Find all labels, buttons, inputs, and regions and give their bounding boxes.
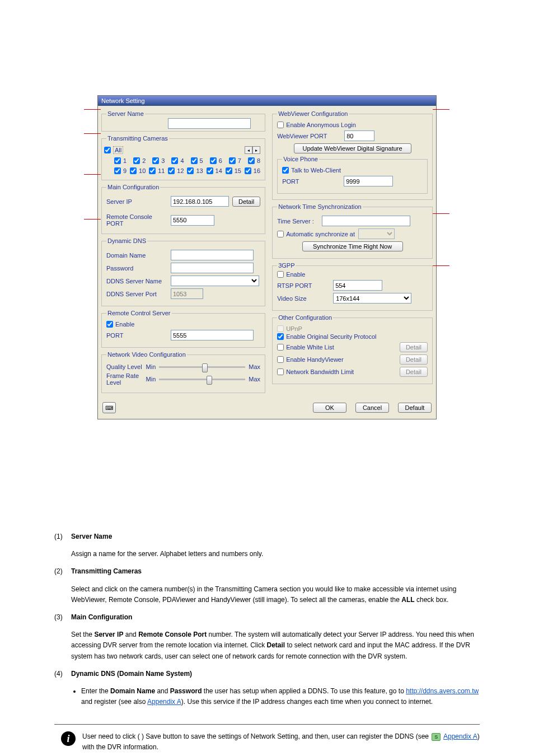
cameras-all-checkbox[interactable]: All (104, 146, 123, 154)
appendix-a-link-note[interactable]: Appendix A (443, 732, 477, 740)
camera-checkbox-10[interactable]: 10 (130, 167, 146, 174)
ddns-password-label: Password (106, 265, 171, 272)
dialog-footer: ⌨ OK Cancel Default (98, 398, 436, 419)
domain-name-input[interactable] (171, 250, 254, 260)
cancel-button[interactable]: Cancel (355, 403, 389, 413)
ddns-password-input[interactable] (171, 263, 254, 273)
dialog-title: Network Setting (98, 96, 436, 106)
camera-checkbox-4[interactable]: 4 (171, 157, 184, 164)
main-configuration-group: Main Configuration Server IP Detail Remo… (101, 184, 265, 234)
handyviewer-detail-button: Detail (400, 354, 428, 365)
camera-checkbox-2[interactable]: 2 (133, 157, 146, 164)
camera-scroll-arrows[interactable]: ◂▸ (245, 146, 260, 154)
webviewer-config-group: WebViewer Configuration Enable Anonymous… (272, 110, 433, 200)
camera-checkbox-5[interactable]: 5 (191, 157, 203, 164)
remote-control-port-label: PORT (106, 332, 171, 339)
camera-checkbox-6[interactable]: 6 (210, 157, 222, 164)
server-ip-detail-button[interactable]: Detail (232, 197, 260, 207)
quality-level-label: Quality Level (106, 363, 146, 370)
arrow-right-icon[interactable]: ▸ (252, 146, 260, 154)
remote-control-enable-checkbox[interactable]: Enable (106, 321, 252, 328)
camera-checkbox-13[interactable]: 13 (187, 167, 203, 174)
quality-level-slider[interactable]: Min Max (146, 363, 261, 370)
remote-console-port-label: Remote Console PORT (106, 213, 171, 227)
main-configuration-legend: Main Configuration (106, 184, 160, 190)
server-name-input[interactable] (168, 118, 251, 129)
time-server-label: Time Server : (277, 218, 322, 225)
camera-checkbox-14[interactable]: 14 (207, 167, 222, 174)
transmitting-cameras-group: Transmitting Cameras All ◂▸ 1 2 3 4 (101, 135, 265, 180)
arrow-left-icon[interactable]: ◂ (245, 146, 252, 154)
remote-console-port-input[interactable] (171, 215, 214, 226)
default-button[interactable]: Default (398, 403, 432, 413)
frame-rate-level-label: Frame Rate Level (106, 372, 146, 386)
camera-checkbox-1[interactable]: 1 (114, 157, 127, 164)
white-list-detail-button: Detail (400, 342, 428, 352)
ok-button[interactable]: OK (313, 403, 346, 413)
webviewer-config-legend: WebViewer Configuration (277, 110, 349, 117)
info-icon: i (61, 731, 76, 746)
appendix-a-link[interactable]: Appendix A (147, 698, 181, 706)
voice-phone-port-label: PORT (282, 178, 344, 185)
network-setting-dialog: Network Setting Server Name Transmitting… (97, 95, 437, 419)
dynamic-dns-legend: Dynamic DNS (106, 237, 147, 244)
enable-handyviewer-checkbox[interactable]: Enable HandyViewer (277, 356, 344, 363)
info-note: i User need to click ( ) Save button to … (54, 724, 480, 756)
callout-line (84, 133, 101, 134)
remote-control-server-legend: Remote Control Server (106, 310, 172, 316)
domain-name-label: Domain Name (106, 252, 171, 259)
voice-phone-legend: Voice Phone (282, 156, 319, 162)
other-config-legend: Other Configuration (277, 314, 333, 321)
talk-to-web-client-checkbox[interactable]: Talk to Web-Client (282, 167, 415, 174)
dynamic-dns-group: Dynamic DNS Domain Name Password DDNS Se… (101, 237, 265, 306)
upnp-checkbox[interactable]: UPnP (277, 325, 420, 332)
voice-phone-port-input[interactable] (344, 176, 393, 186)
auto-sync-checkbox[interactable]: Automatic synchronize at (277, 231, 355, 237)
callout-line (84, 174, 101, 175)
webviewer-port-label: WebViewer PORT (277, 133, 344, 139)
network-time-sync-group: Network Time Synchronization Time Server… (272, 203, 433, 259)
ddns-url-link[interactable]: http://ddns.avers.com.tw (406, 687, 479, 695)
ddns-server-name-label: DDNS Server Name (106, 278, 171, 284)
frame-rate-level-slider[interactable]: Min Max (146, 376, 261, 382)
camera-checkbox-15[interactable]: 15 (226, 167, 241, 174)
video-size-label: Video Size (277, 295, 333, 302)
save-icon: S (432, 733, 441, 741)
camera-checkbox-7[interactable]: 7 (229, 157, 241, 164)
server-name-group: Server Name (101, 110, 265, 132)
enable-white-list-checkbox[interactable]: Enable White List (277, 344, 334, 351)
camera-checkbox-3[interactable]: 3 (152, 157, 165, 164)
original-security-protocol-checkbox[interactable]: Enable Original Security Protocol (277, 333, 420, 340)
time-server-input[interactable] (322, 216, 410, 226)
webviewer-port-input[interactable] (344, 130, 374, 141)
ddns-server-port-input[interactable] (171, 288, 203, 299)
network-time-sync-legend: Network Time Synchronization (277, 203, 363, 210)
camera-checkbox-12[interactable]: 12 (168, 167, 184, 174)
server-ip-label: Server IP (106, 198, 171, 205)
enable-anon-login-checkbox[interactable]: Enable Anonymous Login (277, 122, 420, 128)
three-gpp-enable-checkbox[interactable]: Enable (277, 271, 420, 278)
remote-control-server-group: Remote Control Server Enable PORT (101, 310, 265, 348)
three-gpp-group: 3GPP Enable RTSP PORT Video Size 176x144 (272, 262, 433, 311)
three-gpp-legend: 3GPP (277, 262, 296, 269)
network-bandwidth-limit-checkbox[interactable]: Network Bandwidth Limit (277, 368, 354, 375)
network-video-config-legend: Network Video Configuration (106, 351, 187, 358)
camera-checkbox-8[interactable]: 8 (248, 157, 260, 164)
video-size-select[interactable]: 176x144 (333, 293, 411, 304)
rtsp-port-label: RTSP PORT (277, 282, 333, 289)
camera-checkbox-16[interactable]: 16 (245, 167, 260, 174)
remote-control-port-input[interactable] (171, 330, 254, 340)
other-config-group: Other Configuration UPnP Enable Original… (272, 314, 433, 384)
keyboard-icon[interactable]: ⌨ (102, 402, 116, 413)
ddns-server-name-select[interactable] (171, 276, 259, 286)
callout-line (84, 219, 101, 220)
camera-checkbox-9[interactable]: 9 (114, 167, 127, 174)
server-ip-input[interactable] (171, 196, 229, 207)
camera-checkbox-11[interactable]: 11 (149, 167, 165, 174)
rtsp-port-input[interactable] (333, 280, 382, 291)
callout-line (433, 213, 449, 214)
update-digital-signature-button[interactable]: Update WebViewer Digital Signature (294, 143, 411, 153)
server-name-legend: Server Name (106, 110, 145, 117)
bandwidth-detail-button: Detail (400, 367, 428, 377)
synchronize-now-button[interactable]: Synchronize Time Right Now (302, 241, 403, 251)
